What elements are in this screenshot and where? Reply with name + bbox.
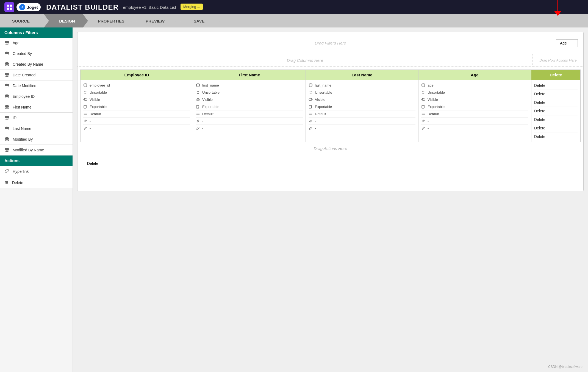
col-prop-db-last-name: last_name (309, 82, 415, 89)
sidebar-label-delete-action: Delete (12, 181, 23, 185)
row-action-0[interactable]: Delete (534, 81, 578, 90)
svg-rect-1 (10, 5, 12, 7)
sidebar-item-modified-by-name[interactable]: Modified By Name (0, 145, 73, 156)
joget-circle-icon: J (19, 4, 25, 10)
sidebar-label-employee-id: Employee ID (13, 94, 35, 99)
row-action-6[interactable]: Delete (534, 132, 578, 141)
col-prop-link-age: - (421, 118, 528, 125)
db-icon-created-by-name (4, 62, 9, 67)
trash-icon-delete (4, 180, 9, 185)
col-prop-edit-employee-id: - (83, 125, 190, 132)
col-prop-visible-last-name: Visible (309, 96, 415, 103)
sidebar-item-id[interactable]: ID (0, 113, 73, 123)
row-action-2[interactable]: Delete (534, 98, 578, 107)
svg-point-25 (310, 99, 312, 101)
col-prop-visible-first-name: Visible (196, 96, 303, 103)
col-prop-db-employee-id: employee_id (83, 82, 190, 89)
col-header-last-name: Last Name (306, 70, 418, 80)
sidebar-label-created-by: Created By (13, 51, 32, 56)
col-prop-sort-employee-id: Unsortable (83, 89, 190, 96)
col-prop-link-first-name: - (196, 118, 303, 125)
sidebar-item-delete-action[interactable]: Delete (0, 177, 73, 188)
svg-rect-17 (5, 182, 8, 184)
db-icon-last-name (4, 126, 9, 131)
col-prop-db-age: age (421, 82, 528, 89)
sidebar-item-modified-by[interactable]: Modified By (0, 134, 73, 145)
svg-point-28 (423, 99, 424, 101)
db-icon-date-modified (4, 83, 9, 88)
col-prop-export-last-name: Exportable (309, 103, 415, 110)
col-header-employee-id: Employee ID (81, 70, 193, 80)
row-actions-body: Delete Delete Delete Delete Delete Delet… (531, 80, 580, 142)
col-val-width-employee-id: Default (90, 112, 101, 116)
svg-rect-0 (7, 5, 9, 7)
db-icon-age (4, 40, 9, 45)
col-prop-width-employee-id: Default (83, 110, 190, 118)
sidebar: Columns / Filters Age Created By Created… (0, 27, 73, 372)
sidebar-label-last-name: Last Name (13, 126, 31, 131)
sidebar-item-last-name[interactable]: Last Name (0, 123, 73, 134)
sidebar-item-age[interactable]: Age (0, 38, 73, 48)
col-val-db-employee-id: employee_id (90, 83, 110, 87)
svg-point-19 (85, 99, 86, 101)
row-action-3[interactable]: Delete (534, 107, 578, 115)
column-employee-id: Employee ID employee_id Unsortable Vi (80, 70, 193, 142)
joget-brand: J Joget (16, 3, 41, 11)
top-bar: J Joget DATALIST BUILDER employee v1: Ba… (0, 0, 588, 14)
col-val-sort-employee-id: Unsortable (90, 90, 107, 95)
logo-area: J Joget (4, 2, 41, 12)
col-prop-export-employee-id: Exportable (83, 103, 190, 110)
col-header-first-name: First Name (193, 70, 306, 80)
row-action-4[interactable]: Delete (534, 115, 578, 124)
bottom-delete-button[interactable]: Delete (82, 159, 103, 168)
svg-point-24 (309, 84, 312, 85)
db-icon-modified-by (4, 137, 9, 142)
db-icon-modified-by-name (4, 148, 9, 152)
nav-step-source[interactable]: SOURCE (0, 14, 44, 27)
db-icon-date-created (4, 73, 9, 77)
col-prop-visible-employee-id: Visible (83, 96, 190, 103)
drag-columns-label: Drag Columns Here (77, 54, 532, 66)
design-canvas: Drag Filters Here Age Drag Columns Here … (77, 32, 584, 191)
sidebar-label-created-by-name: Created By Name (13, 62, 43, 66)
sidebar-item-created-by[interactable]: Created By (0, 48, 73, 59)
nav-steps: SOURCE DESIGN PROPERTIES PREVIEW SAVE (0, 14, 588, 27)
col-prop-width-age: Default (421, 110, 528, 118)
svg-rect-29 (422, 106, 424, 108)
svg-rect-26 (309, 106, 311, 108)
db-icon-employee-id (4, 94, 9, 99)
sidebar-item-hyperlink[interactable]: Hyperlink (0, 166, 73, 177)
joget-label: Joget (27, 5, 38, 10)
row-action-5[interactable]: Delete (534, 124, 578, 132)
sidebar-item-first-name[interactable]: First Name (0, 102, 73, 113)
svg-rect-23 (196, 106, 199, 108)
nav-step-preview[interactable]: PREVIEW (132, 14, 176, 27)
sidebar-item-employee-id[interactable]: Employee ID (0, 91, 73, 102)
drag-filters-label: Drag Filters Here (315, 41, 346, 45)
col-prop-width-first-name: Default (196, 110, 303, 118)
drag-actions-label: Drag Actions Here (80, 142, 581, 155)
main-layout: Columns / Filters Age Created By Created… (0, 27, 588, 372)
db-icon-first-name (4, 105, 9, 110)
filter-age-box[interactable]: Age (556, 39, 578, 47)
col-prop-sort-age: Unsortable (421, 89, 528, 96)
row-action-1[interactable]: Delete (534, 90, 578, 98)
bottom-actions: Delete (77, 155, 583, 172)
tooltip-bubble: Merging ... (181, 4, 203, 10)
nav-step-design[interactable]: DESIGN (44, 14, 88, 27)
col-prop-sort-first-name: Unsortable (196, 89, 303, 96)
col-prop-edit-last-name: - (309, 125, 415, 132)
sidebar-item-date-modified[interactable]: Date Modified (0, 80, 73, 91)
sidebar-item-created-by-name[interactable]: Created By Name (0, 59, 73, 70)
sidebar-label-first-name: First Name (13, 105, 31, 109)
col-header-age: Age (418, 70, 531, 80)
svg-rect-3 (10, 8, 12, 10)
svg-point-18 (84, 84, 87, 85)
col-val-link-employee-id: - (90, 119, 91, 123)
col-val-visible-employee-id: Visible (90, 98, 100, 102)
sidebar-item-date-created[interactable]: Date Created (0, 70, 73, 80)
nav-step-save[interactable]: SAVE (176, 14, 220, 27)
nav-step-properties[interactable]: PROPERTIES (88, 14, 132, 27)
col-prop-db-first-name: first_name (196, 82, 303, 89)
sidebar-label-date-modified: Date Modified (13, 84, 36, 88)
